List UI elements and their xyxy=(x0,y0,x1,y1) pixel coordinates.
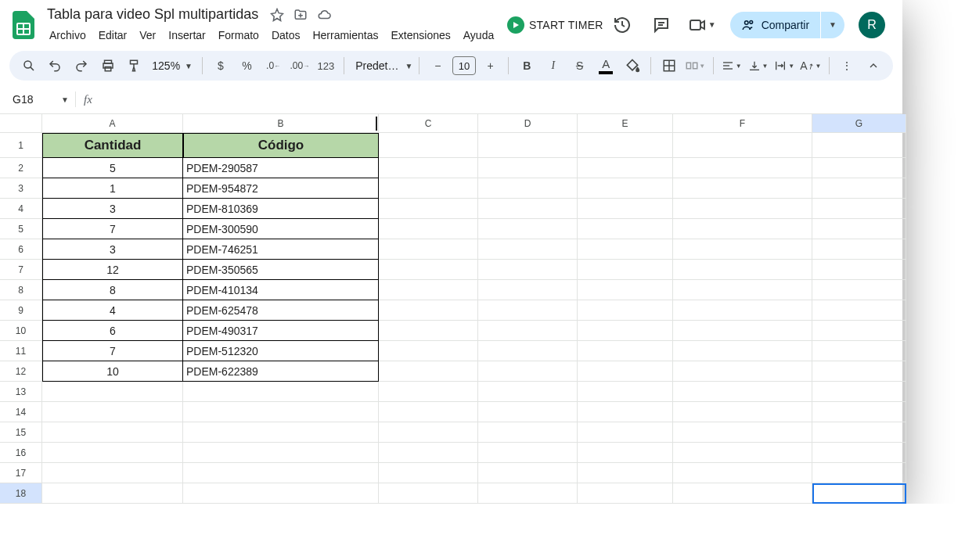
cell[interactable]: 4 xyxy=(42,300,183,321)
paint-format-button[interactable] xyxy=(123,54,146,77)
cell[interactable] xyxy=(812,361,906,382)
more-options-button[interactable]: ⋮ xyxy=(836,54,859,77)
menu-datos[interactable]: Datos xyxy=(266,26,306,45)
cell[interactable]: Código xyxy=(183,133,379,158)
menu-formato[interactable]: Formato xyxy=(213,26,265,45)
cell[interactable] xyxy=(379,260,478,280)
row-header[interactable]: 7 xyxy=(0,260,42,280)
cell[interactable] xyxy=(478,280,578,300)
cell[interactable] xyxy=(379,463,478,483)
cell[interactable] xyxy=(812,463,906,483)
increase-decimal-button[interactable]: .00→ xyxy=(288,54,311,77)
row-header[interactable]: 15 xyxy=(0,422,42,443)
row-header[interactable]: 5 xyxy=(0,219,42,239)
row-header[interactable]: 4 xyxy=(0,199,42,219)
row-header[interactable]: 1 xyxy=(0,133,42,158)
cell[interactable] xyxy=(812,443,906,463)
cell[interactable] xyxy=(812,280,906,300)
cell[interactable] xyxy=(379,219,478,239)
cell[interactable] xyxy=(812,402,906,422)
menu-ayuda[interactable]: Ayuda xyxy=(458,26,499,45)
cell[interactable] xyxy=(578,239,673,260)
cell[interactable] xyxy=(478,199,578,219)
cell[interactable]: 12 xyxy=(42,260,183,280)
cell[interactable] xyxy=(478,178,578,199)
increase-fontsize-button[interactable]: + xyxy=(479,54,502,77)
cell[interactable] xyxy=(478,133,578,158)
cell[interactable] xyxy=(673,158,812,178)
format-123-button[interactable]: 123 xyxy=(315,54,338,77)
cell[interactable] xyxy=(578,382,673,402)
menu-extensiones[interactable]: Extensiones xyxy=(385,26,455,45)
column-header[interactable]: F xyxy=(673,114,812,133)
account-avatar[interactable]: R xyxy=(859,12,885,38)
cell[interactable] xyxy=(578,443,673,463)
bold-button[interactable]: B xyxy=(515,54,538,77)
cell[interactable]: PDEM-300590 xyxy=(183,219,379,239)
cell[interactable] xyxy=(673,443,812,463)
cell[interactable] xyxy=(379,422,478,443)
cell[interactable] xyxy=(42,443,183,463)
row-header[interactable]: 10 xyxy=(0,321,42,341)
font-select[interactable]: Predet…▼ xyxy=(351,59,412,72)
cell[interactable] xyxy=(379,483,478,504)
row-header[interactable]: 11 xyxy=(0,341,42,361)
cell[interactable] xyxy=(183,463,379,483)
cell[interactable]: PDEM-622389 xyxy=(183,361,379,382)
row-header[interactable]: 13 xyxy=(0,382,42,402)
cell[interactable] xyxy=(379,158,478,178)
italic-button[interactable]: I xyxy=(542,54,565,77)
cell[interactable] xyxy=(812,199,906,219)
text-color-button[interactable]: A xyxy=(594,54,618,77)
cell[interactable] xyxy=(379,321,478,341)
currency-button[interactable]: $ xyxy=(209,54,232,77)
cell[interactable] xyxy=(478,382,578,402)
fontsize-input[interactable]: 10 xyxy=(452,56,476,75)
merge-button[interactable]: ▼ xyxy=(683,54,707,77)
cell[interactable] xyxy=(478,219,578,239)
cell[interactable] xyxy=(42,483,183,504)
cell[interactable] xyxy=(42,463,183,483)
cell[interactable] xyxy=(183,402,379,422)
cell[interactable] xyxy=(673,260,812,280)
redo-button[interactable] xyxy=(70,54,93,77)
cell[interactable]: 3 xyxy=(42,239,183,260)
menu-herramientas[interactable]: Herramientas xyxy=(307,26,383,45)
cell[interactable] xyxy=(673,178,812,199)
cell[interactable]: PDEM-954872 xyxy=(183,178,379,199)
cell[interactable]: PDEM-490317 xyxy=(183,321,379,341)
cell[interactable] xyxy=(812,239,906,260)
search-icon[interactable] xyxy=(17,54,41,77)
cell[interactable] xyxy=(673,341,812,361)
valign-button[interactable]: ▼ xyxy=(747,54,770,77)
cell[interactable] xyxy=(578,219,673,239)
cell[interactable] xyxy=(379,341,478,361)
cell[interactable]: PDEM-410134 xyxy=(183,280,379,300)
strikethrough-button[interactable]: S xyxy=(568,54,592,77)
cloud-status-icon[interactable] xyxy=(316,8,332,22)
cell[interactable] xyxy=(478,260,578,280)
cell[interactable] xyxy=(812,300,906,321)
cell[interactable] xyxy=(478,463,578,483)
cell[interactable]: PDEM-290587 xyxy=(183,158,379,178)
cell[interactable]: 7 xyxy=(42,341,183,361)
cell[interactable]: Cantidad xyxy=(42,133,183,158)
cell[interactable]: PDEM-350565 xyxy=(183,260,379,280)
cell[interactable] xyxy=(673,422,812,443)
cell[interactable] xyxy=(578,463,673,483)
row-header[interactable]: 6 xyxy=(0,239,42,260)
cell[interactable] xyxy=(183,443,379,463)
meet-button[interactable]: ▼ xyxy=(688,16,716,34)
column-header[interactable]: E xyxy=(578,114,673,133)
rotate-button[interactable]: A↗▼ xyxy=(799,54,823,77)
cell[interactable] xyxy=(578,341,673,361)
cell[interactable] xyxy=(578,178,673,199)
cell[interactable] xyxy=(578,361,673,382)
column-header[interactable]: G xyxy=(812,114,906,133)
cell[interactable]: 10 xyxy=(42,361,183,382)
row-header[interactable]: 12 xyxy=(0,361,42,382)
cell[interactable] xyxy=(673,239,812,260)
cell[interactable]: 5 xyxy=(42,158,183,178)
row-header[interactable]: 3 xyxy=(0,178,42,199)
cell[interactable] xyxy=(379,443,478,463)
